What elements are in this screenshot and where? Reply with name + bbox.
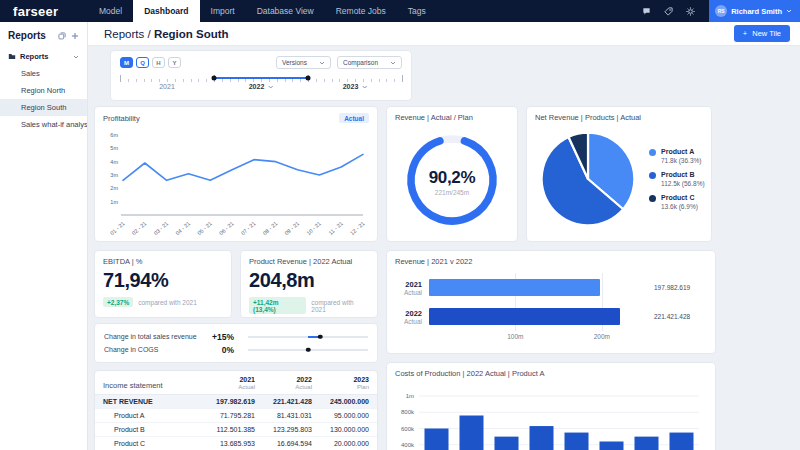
sidebar-item-region-north[interactable]: Region North	[0, 82, 87, 99]
chevron-down-icon	[267, 85, 273, 89]
chart-title: Profitability	[103, 114, 339, 123]
svg-text:09 - 21: 09 - 21	[283, 220, 300, 236]
timeline-selected-range[interactable]	[214, 77, 308, 79]
timeline-handle-end[interactable]	[306, 75, 311, 80]
sidebar-title: Reports	[8, 30, 53, 41]
row-value: 112.501.385	[198, 426, 255, 433]
table-row-net-revenue: NET REVENUE197.982.619221.421.428245.000…	[95, 394, 377, 408]
legend-item-product-a: Product A71.8k (36.3%)	[649, 148, 705, 164]
costs-bar[interactable]	[600, 442, 624, 450]
nav-import[interactable]: Import	[200, 0, 246, 22]
timeline-year-2021: 2021	[159, 83, 175, 90]
tag-icon[interactable]	[657, 0, 679, 22]
chevron-down-icon	[73, 55, 79, 59]
revenue-bar[interactable]	[429, 279, 600, 296]
kpi-delta-badge: +11,42m (13,4%)	[249, 297, 306, 314]
nav-tags[interactable]: Tags	[397, 0, 437, 22]
period-button-h[interactable]: H	[152, 57, 165, 68]
row-value: 123.295.803	[255, 426, 312, 433]
svg-text:12 - 21: 12 - 21	[349, 220, 366, 236]
kpi-value: 71,94%	[95, 266, 231, 292]
comparison-select[interactable]: Comparison	[337, 56, 402, 69]
what-if-slider-row: Change in total sales revenue+15%	[104, 330, 368, 343]
timeline-tick	[136, 79, 137, 82]
timeline-tick	[332, 79, 333, 82]
chevron-down-icon	[390, 61, 396, 65]
costs-bar[interactable]	[670, 433, 694, 450]
timeline-track[interactable]	[120, 75, 402, 83]
table-row-product-a: Product A71.795.28181.431.03195.000.000	[95, 408, 377, 422]
period-button-y[interactable]: Y	[168, 57, 181, 68]
costs-bar[interactable]	[425, 429, 449, 450]
folder-label: Reports	[20, 52, 48, 61]
nav-database-view[interactable]: Database View	[246, 0, 325, 22]
timeline-handle-start[interactable]	[211, 75, 216, 80]
net-revenue-pie-card: Net Revenue | Products | Actual Product …	[526, 106, 712, 242]
revenue-bar[interactable]	[429, 308, 620, 325]
income-statement-table: NET REVENUE197.982.619221.421.428245.000…	[95, 394, 377, 450]
nav-dashboard[interactable]: Dashboard	[133, 0, 199, 22]
slider-handle[interactable]	[306, 347, 311, 352]
costs-bar[interactable]	[460, 416, 484, 450]
slider-handle[interactable]	[318, 334, 323, 339]
svg-text:04 - 21: 04 - 21	[174, 220, 191, 236]
legend-label: Product A	[661, 148, 701, 155]
nav-model[interactable]: Model	[88, 0, 133, 22]
breadcrumb-separator: /	[144, 28, 154, 40]
period-button-m[interactable]: M	[120, 57, 133, 68]
topbar-nav: ModelDashboardImportDatabase ViewRemote …	[88, 0, 437, 22]
table-title: Income statement	[103, 381, 198, 390]
add-report-icon[interactable]	[71, 32, 79, 40]
svg-text:08 - 21: 08 - 21	[262, 220, 279, 236]
chart-title: Revenue | Actual / Plan	[387, 107, 517, 122]
costs-bar[interactable]	[635, 437, 659, 450]
costs-bar[interactable]	[565, 433, 589, 450]
row-value: 13.685.953	[198, 440, 255, 447]
timeline-year-2022[interactable]: 2022	[249, 83, 274, 90]
revenue-bar-row-2021: 2021Actual197.982.619	[387, 273, 715, 302]
timeline-tick	[402, 75, 403, 82]
timeline-tick	[386, 79, 387, 82]
sidebar-item-sales[interactable]: Sales	[0, 65, 87, 82]
nav-remote-jobs[interactable]: Remote Jobs	[325, 0, 397, 22]
user-menu[interactable]: RS Richard Smith	[709, 0, 800, 22]
sidebar-item-sales-what-if-analysis[interactable]: Sales what-if analysis	[0, 116, 87, 133]
sidebar-folder-reports[interactable]: Reports	[0, 48, 87, 65]
slider-value: +15%	[204, 332, 234, 342]
chat-icon[interactable]	[635, 0, 657, 22]
legend-value: 71.8k (36.3%)	[661, 157, 701, 164]
slider-track[interactable]	[248, 343, 368, 356]
kpi-delta-badge: +2,37%	[103, 297, 133, 307]
row-value: 20.000.000	[312, 440, 369, 447]
topbar: farseer ModelDashboardImportDatabase Vie…	[0, 0, 800, 22]
topbar-right: RS Richard Smith	[635, 0, 800, 22]
timeline-tick	[151, 79, 152, 82]
main-area: Reports / Region South + New Tile MQHY V…	[88, 22, 800, 450]
new-tile-button[interactable]: + New Tile	[734, 25, 790, 42]
gear-icon[interactable]	[679, 0, 701, 22]
collapse-panel-icon[interactable]	[58, 32, 66, 40]
kpi-value: 204,8m	[241, 266, 377, 292]
dashboard-content: MQHY Versions Comparison 202120222023	[88, 46, 800, 450]
timeline-range-slider[interactable]: 202120222023	[120, 75, 402, 97]
legend-dot	[649, 172, 656, 179]
gauge-value: 90,2%	[429, 168, 476, 188]
breadcrumb-root[interactable]: Reports	[104, 28, 144, 40]
sidebar-item-region-south[interactable]: Region South	[0, 99, 87, 116]
breadcrumb: Reports / Region South	[104, 28, 229, 40]
profitability-line-chart: 1m2m3m4m5m6m01 - 2102 - 2103 - 2104 - 21…	[103, 123, 371, 239]
timeline-tick	[230, 79, 231, 82]
app-logo[interactable]: farseer	[0, 0, 88, 22]
timeline-year-2023[interactable]: 2023	[343, 83, 368, 90]
sidebar: Reports Reports SalesRegion NorthRegion …	[0, 22, 88, 450]
versions-select[interactable]: Versions	[276, 56, 331, 69]
user-name: Richard Smith	[731, 7, 782, 16]
costs-bar[interactable]	[530, 426, 554, 450]
costs-bar[interactable]	[495, 437, 519, 450]
slider-track[interactable]	[248, 330, 368, 343]
period-button-q[interactable]: Q	[136, 57, 149, 68]
timeline-tick	[222, 79, 223, 82]
x-axis-tick: 200m	[594, 333, 610, 340]
profitability-card: Profitability Actual 1m2m3m4m5m6m01 - 21…	[94, 106, 378, 242]
svg-text:03 - 21: 03 - 21	[153, 220, 170, 236]
